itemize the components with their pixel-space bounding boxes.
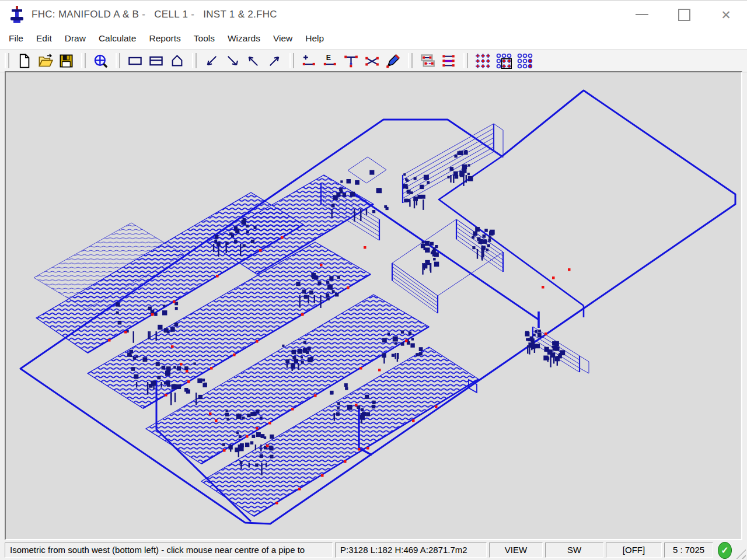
menu-bar: FileEditDrawCalculateReportsToolsWizards… xyxy=(0,28,747,49)
pipe-add-icon xyxy=(301,53,317,69)
status-panel-mode: VIEW xyxy=(489,542,543,558)
sprinklers-partial-icon xyxy=(496,53,512,69)
new-file-icon xyxy=(16,53,32,69)
toolbar-grip[interactable] xyxy=(5,53,9,68)
menu-item-help[interactable]: Help xyxy=(299,30,330,47)
arrow-up-right-button[interactable] xyxy=(264,52,284,69)
pipe-cross-button[interactable] xyxy=(362,52,382,69)
app-icon xyxy=(8,5,26,24)
sprinklers-outline-icon xyxy=(517,53,533,69)
sprinklers-partial-button[interactable] xyxy=(494,52,514,69)
toolbar: E xyxy=(0,49,747,72)
resize-grip[interactable] xyxy=(735,548,746,559)
app-window: { "window": { "title": "FHC: MANIFOLD A … xyxy=(0,0,747,560)
menu-item-calculate[interactable]: Calculate xyxy=(92,30,143,47)
toolbar-grip[interactable] xyxy=(289,53,294,68)
draw-rectangle-icon xyxy=(127,53,143,69)
copy-range-button[interactable] xyxy=(438,52,458,69)
arrow-down-right-button[interactable] xyxy=(222,52,242,69)
draw-polygon-icon xyxy=(169,53,185,69)
menu-item-file[interactable]: File xyxy=(2,30,30,47)
pipe-tee-button[interactable] xyxy=(341,52,361,69)
pipe-cross-icon xyxy=(364,53,380,69)
status-panel-snap: [OFF] xyxy=(606,542,662,558)
menu-item-wizards[interactable]: Wizards xyxy=(221,30,267,47)
maximize-button[interactable] xyxy=(663,1,705,28)
new-file-button[interactable] xyxy=(14,52,34,69)
draw-rectangle-split-icon xyxy=(148,53,164,69)
arrow-down-right-icon xyxy=(225,53,240,69)
menu-item-reports[interactable]: Reports xyxy=(143,30,187,47)
pipe-elevation-icon: E xyxy=(322,53,338,69)
status-panel-totals: P:3128 L:182 H:469 A:2871.7m2 xyxy=(335,542,487,558)
pipe-elevation-button[interactable]: E xyxy=(320,52,340,69)
save-file-icon xyxy=(58,53,74,69)
zoom-extents-icon xyxy=(93,53,109,69)
open-file-button[interactable] xyxy=(35,52,55,69)
minimize-button[interactable] xyxy=(621,1,663,28)
svg-text:E: E xyxy=(326,54,330,62)
toolbar-grip[interactable] xyxy=(463,53,468,68)
copy-pipes-button[interactable] xyxy=(417,52,437,69)
draw-rectangle-button[interactable] xyxy=(125,52,145,69)
window-title: FHC: MANIFOLD A & B - CELL 1 - INST 1 & … xyxy=(32,9,277,20)
pipe-add-button[interactable] xyxy=(299,52,319,69)
calc-ok-badge: ✓ xyxy=(718,542,732,559)
menu-item-view[interactable]: View xyxy=(267,30,299,47)
toolbar-grip[interactable] xyxy=(408,53,413,68)
menu-item-draw[interactable]: Draw xyxy=(58,30,92,47)
toolbar-grip[interactable] xyxy=(116,53,120,68)
drawing-canvas[interactable] xyxy=(5,71,742,540)
window-controls: ✕ xyxy=(621,1,747,29)
copy-pipes-icon xyxy=(420,53,435,69)
menu-item-tools[interactable]: Tools xyxy=(187,30,221,47)
arrow-down-left-button[interactable] xyxy=(201,52,221,69)
status-panel-scale: 5 : 7025 xyxy=(664,542,713,558)
close-button[interactable]: ✕ xyxy=(705,1,747,28)
toolbar-grip[interactable] xyxy=(81,53,86,68)
toolbar-grip[interactable] xyxy=(192,53,197,68)
pipe-tee-icon xyxy=(343,53,359,69)
pipe-freehand-icon xyxy=(385,53,401,69)
arrow-down-left-icon xyxy=(204,53,219,69)
sprinklers-filled-button[interactable] xyxy=(473,52,493,69)
status-bar: Isometric from south west (bottom left) … xyxy=(0,540,747,560)
arrow-up-left-icon xyxy=(246,53,261,69)
draw-rectangle-split-button[interactable] xyxy=(146,52,166,69)
status-panel-view-dir: SW xyxy=(545,542,603,558)
status-panel-hint: Isometric from south west (bottom left) … xyxy=(5,542,333,558)
pipe-freehand-button[interactable] xyxy=(383,52,403,69)
title-bar: FHC: MANIFOLD A & B - CELL 1 - INST 1 & … xyxy=(0,0,747,29)
arrow-up-right-icon xyxy=(267,53,282,69)
save-file-button[interactable] xyxy=(56,52,76,69)
sprinklers-outline-button[interactable] xyxy=(515,52,535,69)
menu-item-edit[interactable]: Edit xyxy=(30,30,58,47)
zoom-extents-button[interactable] xyxy=(90,52,110,69)
sprinklers-filled-icon xyxy=(475,53,491,69)
copy-range-icon xyxy=(441,53,456,69)
arrow-up-left-button[interactable] xyxy=(243,52,263,69)
open-file-icon xyxy=(37,53,53,69)
draw-polygon-button[interactable] xyxy=(167,52,187,69)
